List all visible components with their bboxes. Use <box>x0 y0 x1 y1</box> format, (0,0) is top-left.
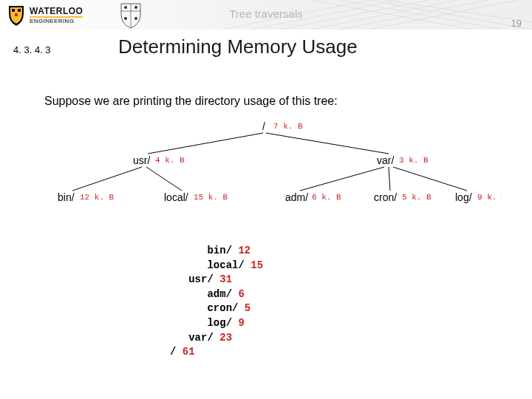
tree-size-root: 7 k. B <box>273 122 303 131</box>
tree-node-local: local/ <box>164 191 188 203</box>
section-number: 4. 3. 4. 3 <box>13 44 51 55</box>
tree-node-usr: usr/ <box>133 154 150 166</box>
output-row: var/ 23 <box>170 331 263 346</box>
slide-title: Determining Memory Usage <box>118 35 358 58</box>
tree-size-cron: 5 k. B <box>402 193 432 202</box>
svg-line-20 <box>266 133 389 154</box>
tree-node-root: / <box>262 120 265 132</box>
output-row: cron/ 5 <box>170 301 263 316</box>
lecture-topic: Tree traversals <box>0 7 532 20</box>
tree-size-var: 3 k. B <box>399 156 429 165</box>
output-row: bin/ 12 <box>170 244 263 259</box>
tree-node-var: var/ <box>377 154 394 166</box>
svg-line-25 <box>393 167 467 191</box>
output-row: adm/ 6 <box>170 287 263 302</box>
traversal-output: bin/ 12 local/ 15 usr/ 31 adm/ 6 cron/ 5… <box>170 244 263 360</box>
svg-line-22 <box>146 167 182 191</box>
tree-size-local: 15 k. B <box>194 193 228 202</box>
tree-node-log: log/ <box>455 191 472 203</box>
svg-line-21 <box>72 167 142 191</box>
tree-size-log: 9 k. B <box>477 193 502 202</box>
svg-line-24 <box>389 167 390 191</box>
tree-node-adm: adm/ <box>285 191 308 203</box>
svg-line-19 <box>148 133 263 154</box>
tree-node-bin: bin/ <box>58 191 75 203</box>
output-row: usr/ 31 <box>170 273 263 287</box>
output-row: local/ 15 <box>170 259 263 273</box>
tree-node-cron: cron/ <box>374 191 397 203</box>
tree-size-bin: 12 k. B <box>80 193 115 202</box>
page-number: 19 <box>511 18 522 29</box>
output-row: / 61 <box>170 345 263 360</box>
directory-tree-diagram: / 7 k. B usr/ 4 k. B var/ 3 k. B bin/ 12… <box>30 120 502 208</box>
slide-body-text: Suppose we are printing the directory us… <box>44 95 338 108</box>
tree-size-adm: 6 k. B <box>312 193 341 202</box>
svg-line-23 <box>300 167 384 191</box>
output-row: log/ 9 <box>170 316 263 331</box>
tree-size-usr: 4 k. B <box>155 156 185 165</box>
